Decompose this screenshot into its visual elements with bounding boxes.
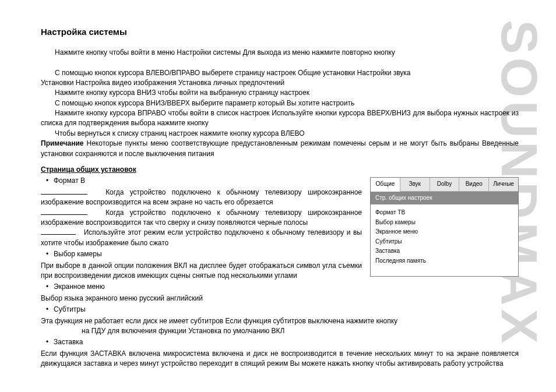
step-5: Чтобы вернуться к списку страниц настрое… — [41, 129, 519, 139]
bullet-subs: Субтитры — [41, 305, 519, 315]
menu-item-subs[interactable]: Субтитры — [375, 237, 513, 247]
tab-general[interactable]: Общие — [371, 178, 400, 192]
blank — [41, 229, 76, 235]
tab-video[interactable]: Видео — [459, 178, 489, 192]
subs-text1: Эта функция не работает если диск не име… — [41, 316, 519, 326]
step-1: С помощью кнопок курсора ВЛЕВО/ВПРАВО вы… — [41, 68, 519, 78]
settings-menu: Формат ТВ Выбор камеры Экранное меню Суб… — [371, 204, 518, 276]
menu-item-saver[interactable]: Заставка — [375, 246, 513, 256]
step-4: Нажмите кнопку курсора ВПРАВО чтобы войт… — [41, 108, 519, 129]
bullet-osd: Экранное меню — [41, 282, 519, 292]
note-text: Некоторые пункты меню соответствующие пр… — [41, 139, 519, 157]
osd-text: Выбор языка экранного меню русский англи… — [41, 294, 519, 303]
tab-personal[interactable]: Личные — [489, 178, 518, 192]
menu-item-lastmem[interactable]: Последняя память — [375, 256, 513, 266]
intro-line: Нажмите кнопку чтобы войти в меню Настро… — [41, 48, 519, 58]
settings-subhead: Стр. общих настроек — [371, 192, 518, 205]
page-title: Настройка системы — [41, 26, 519, 38]
subs-text2: на ПДУ для включения функции Установка п… — [41, 326, 519, 336]
settings-panel: Общие Звук Dolby Видео Личные Стр. общих… — [370, 177, 519, 277]
note-label: Примечание — [41, 139, 84, 147]
section-heading: Страница общих установок — [41, 165, 136, 175]
step-2: Нажмите кнопку курсора ВНИЗ чтобы войти … — [41, 88, 519, 98]
menu-item-format[interactable]: Формат ТВ — [375, 208, 513, 218]
settings-tabs: Общие Звук Dolby Видео Личные — [371, 178, 518, 192]
tab-sound[interactable]: Звук — [400, 178, 430, 192]
note: Примечание Некоторые пункты меню соответ… — [41, 139, 519, 159]
tab-dolby[interactable]: Dolby — [430, 178, 460, 192]
menu-item-osd[interactable]: Экранное меню — [375, 227, 513, 237]
blank — [41, 209, 87, 215]
blank — [41, 188, 87, 195]
bullet-saver: Заставка — [41, 337, 519, 347]
step-3: С помощью кнопок курсора ВНИЗ/ВВЕРХ выбе… — [41, 98, 519, 108]
saver-text: Если функция ЗАСТАВКА включена микросист… — [41, 349, 519, 369]
step-1b: Установки Настройка видео изображения Ус… — [41, 78, 519, 88]
menu-item-camera[interactable]: Выбор камеры — [375, 218, 513, 228]
